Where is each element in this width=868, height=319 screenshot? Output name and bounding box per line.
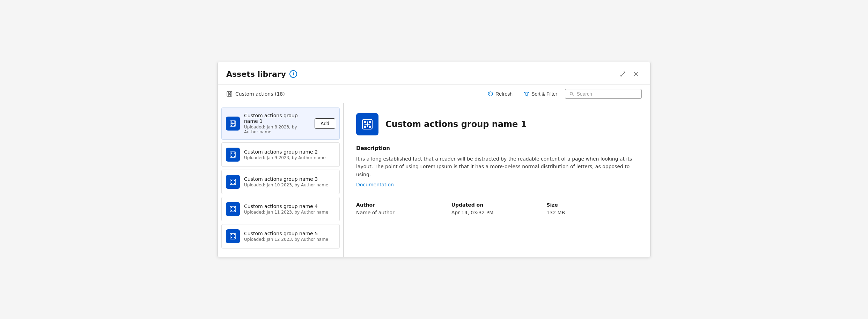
- item-text: Custom actions group name 2 Uploaded: Ja…: [244, 149, 335, 160]
- size-value: 132 MB: [546, 210, 638, 215]
- detail-divider: [356, 195, 638, 195]
- author-column: Author Name of author: [356, 202, 447, 215]
- svg-rect-15: [231, 121, 232, 123]
- item-meta: Uploaded: Jan 10 2023, by Author name: [244, 183, 335, 187]
- svg-rect-43: [369, 126, 371, 128]
- custom-action-icon: [229, 120, 237, 127]
- item-name: Custom actions group name 3: [244, 176, 335, 182]
- close-button[interactable]: [631, 68, 642, 80]
- detail-title: Custom actions group name 1: [385, 119, 527, 129]
- item-icon-box: [226, 202, 240, 216]
- updated-label: Updated on: [451, 202, 543, 208]
- svg-rect-27: [231, 183, 232, 184]
- custom-action-icon: [229, 232, 237, 240]
- item-icon-box: [226, 229, 240, 243]
- item-icon-box: [226, 148, 240, 162]
- detail-custom-action-icon: [361, 118, 374, 131]
- svg-rect-32: [231, 210, 232, 211]
- add-button[interactable]: Add: [315, 118, 335, 129]
- svg-rect-33: [234, 210, 235, 211]
- search-icon: [569, 91, 574, 96]
- item-icon-box: [226, 175, 240, 189]
- svg-rect-31: [234, 207, 235, 208]
- size-column: Size 132 MB: [546, 202, 638, 215]
- svg-rect-37: [231, 237, 232, 238]
- svg-rect-7: [228, 95, 229, 95]
- svg-rect-8: [230, 95, 231, 95]
- svg-marker-9: [524, 92, 529, 96]
- svg-point-10: [570, 92, 573, 95]
- updated-value: Apr 14, 03:32 PM: [451, 210, 543, 215]
- list-item[interactable]: Custom actions group name 4 Uploaded: Ja…: [221, 197, 340, 221]
- item-meta: Uploaded: Jan 12 2023, by Author name: [244, 237, 335, 242]
- svg-rect-41: [369, 121, 371, 123]
- svg-line-11: [572, 95, 573, 96]
- svg-rect-21: [234, 153, 235, 154]
- panel-title: Assets library: [226, 70, 286, 79]
- detail-icon-box: [356, 113, 378, 135]
- item-text: Custom actions group name 5 Uploaded: Ja…: [244, 231, 335, 242]
- search-input[interactable]: [577, 91, 637, 97]
- custom-action-icon: [229, 178, 237, 186]
- refresh-button[interactable]: Refresh: [484, 89, 516, 99]
- toolbar: Custom actions (18) Refresh Sort & Filte…: [218, 85, 650, 103]
- sort-filter-button[interactable]: Sort & Filter: [520, 89, 561, 99]
- item-name: Custom actions group name 2: [244, 149, 335, 155]
- item-text: Custom actions group name 3 Uploaded: Ja…: [244, 176, 335, 187]
- panel-actions: [617, 68, 642, 80]
- svg-rect-28: [234, 183, 235, 184]
- svg-rect-18: [234, 125, 235, 126]
- description-heading: Description: [356, 145, 638, 151]
- svg-rect-38: [234, 237, 235, 238]
- custom-action-icon: [229, 151, 237, 158]
- item-name: Custom actions group name 4: [244, 203, 335, 209]
- list-panel: Custom actions group name 1 Uploaded: Ja…: [218, 103, 344, 257]
- svg-rect-20: [231, 153, 232, 154]
- size-label: Size: [546, 202, 638, 208]
- svg-rect-5: [228, 92, 229, 93]
- list-item[interactable]: Custom actions group name 1 Uploaded: Ja…: [221, 107, 340, 140]
- svg-rect-35: [231, 234, 232, 235]
- list-item[interactable]: Custom actions group name 5 Uploaded: Ja…: [221, 224, 340, 248]
- documentation-link[interactable]: Documentation: [356, 182, 394, 187]
- item-name: Custom actions group name 5: [244, 231, 335, 236]
- assets-library-panel: Assets library i: [218, 62, 650, 257]
- svg-rect-23: [234, 156, 235, 157]
- author-label: Author: [356, 202, 447, 208]
- filter-icon: [524, 91, 529, 97]
- section-label: Custom actions (18): [226, 91, 479, 97]
- item-meta: Uploaded: Jan 8 2023, by Author name: [244, 125, 310, 134]
- item-meta: Uploaded: Jan 11 2023, by Author name: [244, 210, 335, 215]
- svg-rect-17: [231, 125, 232, 126]
- item-text: Custom actions group name 1 Uploaded: Ja…: [244, 113, 310, 134]
- svg-rect-25: [231, 180, 232, 181]
- svg-rect-40: [364, 121, 366, 123]
- expand-button[interactable]: [617, 68, 628, 80]
- refresh-icon: [488, 91, 493, 97]
- item-text: Custom actions group name 4 Uploaded: Ja…: [244, 203, 335, 215]
- detail-header: Custom actions group name 1: [356, 113, 638, 135]
- item-name: Custom actions group name 1: [244, 113, 310, 124]
- updated-column: Updated on Apr 14, 03:32 PM: [451, 202, 543, 215]
- svg-rect-30: [231, 207, 232, 208]
- svg-rect-22: [231, 156, 232, 157]
- svg-rect-36: [234, 234, 235, 235]
- info-icon[interactable]: i: [289, 70, 297, 78]
- item-meta: Uploaded: Jan 9 2023, by Author name: [244, 155, 335, 160]
- item-icon-box: [226, 117, 240, 131]
- detail-panel: Custom actions group name 1 Description …: [344, 103, 650, 257]
- panel-body: Custom actions group name 1 Uploaded: Ja…: [218, 103, 650, 257]
- search-box[interactable]: [565, 89, 642, 99]
- list-item[interactable]: Custom actions group name 2 Uploaded: Ja…: [221, 142, 340, 167]
- list-item[interactable]: Custom actions group name 3 Uploaded: Ja…: [221, 170, 340, 194]
- svg-rect-26: [234, 180, 235, 181]
- detail-description-text: It is a long established fact that a rea…: [356, 155, 638, 178]
- custom-action-icon: [229, 205, 237, 213]
- section-count-label: Custom actions (18): [235, 91, 285, 97]
- svg-rect-16: [234, 121, 235, 123]
- title-area: Assets library i: [226, 70, 297, 79]
- panel-header: Assets library i: [218, 62, 650, 85]
- custom-actions-icon: [226, 91, 233, 97]
- detail-meta-grid: Author Name of author Updated on Apr 14,…: [356, 202, 638, 215]
- toolbar-right: Refresh Sort & Filter: [484, 89, 642, 99]
